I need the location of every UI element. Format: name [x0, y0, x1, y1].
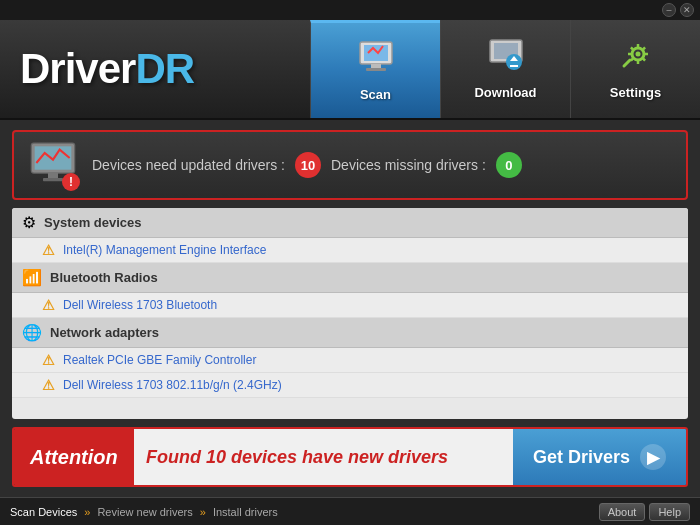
- app-logo: DriverDR: [20, 45, 194, 93]
- device-list-container: ⚙ System devices ⚠ Intel(R) Management E…: [12, 208, 688, 419]
- bluetooth-icon: 📶: [22, 268, 42, 287]
- svg-rect-8: [510, 65, 518, 67]
- status-icon-wrap: !: [28, 141, 78, 189]
- svg-rect-13: [48, 173, 58, 178]
- download-icon: [486, 38, 526, 81]
- attention-text: Found 10 devices have new drivers: [146, 447, 448, 468]
- step-separator-1: »: [84, 506, 90, 518]
- footer: Scan Devices » Review new drivers » Inst…: [0, 497, 700, 525]
- get-drivers-label: Get Drivers: [533, 447, 630, 468]
- missing-count-badge: 0: [496, 152, 522, 178]
- settings-icon: [616, 38, 656, 81]
- network-label: Network adapters: [50, 325, 159, 340]
- scan-icon: [356, 40, 396, 83]
- footer-buttons: About Help: [599, 503, 690, 521]
- download-tab-label: Download: [474, 85, 536, 100]
- step-separator-2: »: [200, 506, 206, 518]
- attention-label: Attention: [14, 429, 134, 485]
- svg-rect-14: [43, 178, 63, 181]
- network-icon: 🌐: [22, 323, 42, 342]
- step3-label: Install drivers: [213, 506, 278, 518]
- missing-drivers-label: Devices missing drivers :: [331, 157, 486, 173]
- title-bar: – ✕: [0, 0, 700, 20]
- svg-rect-3: [366, 68, 386, 71]
- list-item[interactable]: ⚠ Dell Wireless 1703 Bluetooth: [12, 293, 688, 318]
- list-item: 📶 Bluetooth Radios: [12, 263, 688, 293]
- tab-scan[interactable]: Scan: [310, 20, 440, 118]
- app-window: DriverDR Scan: [0, 20, 700, 525]
- warning-icon: ⚠: [42, 242, 55, 258]
- status-bar: ! Devices need updated drivers : 10 Devi…: [12, 130, 688, 200]
- updated-drivers-label: Devices need updated drivers :: [92, 157, 285, 173]
- minimize-button[interactable]: –: [662, 3, 676, 17]
- list-item: ⚙ System devices: [12, 208, 688, 238]
- attention-message: Found 10 devices have new drivers: [134, 429, 513, 485]
- warning-icon: ⚠: [42, 352, 55, 368]
- settings-tab-label: Settings: [610, 85, 661, 100]
- bluetooth-label: Bluetooth Radios: [50, 270, 158, 285]
- nav-tabs: Scan Download: [310, 20, 700, 118]
- list-item[interactable]: ⚠ Realtek PCIe GBE Family Controller: [12, 348, 688, 373]
- tab-settings[interactable]: Settings: [570, 20, 700, 118]
- get-drivers-button[interactable]: Get Drivers ▶: [513, 429, 686, 485]
- system-devices-icon: ⚙: [22, 213, 36, 232]
- list-item[interactable]: ⚠ Dell Wireless 1703 802.11b/g/n (2.4GHz…: [12, 373, 688, 398]
- main-content: ! Devices need updated drivers : 10 Devi…: [0, 120, 700, 497]
- list-item[interactable]: ⚠ Intel(R) Management Engine Interface: [12, 238, 688, 263]
- header: DriverDR Scan: [0, 20, 700, 120]
- logo-driver-text: Driver: [20, 45, 135, 92]
- step2-label: Review new drivers: [97, 506, 192, 518]
- device-name[interactable]: Realtek PCIe GBE Family Controller: [63, 353, 256, 367]
- tab-download[interactable]: Download: [440, 20, 570, 118]
- updated-count-badge: 10: [295, 152, 321, 178]
- logo-dr-text: DR: [135, 45, 194, 92]
- arrow-icon: ▶: [640, 444, 666, 470]
- device-name[interactable]: Intel(R) Management Engine Interface: [63, 243, 266, 257]
- device-list[interactable]: ⚙ System devices ⚠ Intel(R) Management E…: [12, 208, 688, 419]
- logo-area: DriverDR: [0, 20, 310, 118]
- about-button[interactable]: About: [599, 503, 646, 521]
- help-button[interactable]: Help: [649, 503, 690, 521]
- svg-rect-1: [364, 45, 388, 61]
- close-button[interactable]: ✕: [680, 3, 694, 17]
- svg-rect-2: [371, 64, 381, 68]
- warning-icon: ⚠: [42, 297, 55, 313]
- system-devices-label: System devices: [44, 215, 142, 230]
- attention-bar: Attention Found 10 devices have new driv…: [12, 427, 688, 487]
- step1-label: Scan Devices: [10, 506, 77, 518]
- warning-icon: ⚠: [42, 377, 55, 393]
- device-name[interactable]: Dell Wireless 1703 802.11b/g/n (2.4GHz): [63, 378, 282, 392]
- scan-tab-label: Scan: [360, 87, 391, 102]
- status-info: Devices need updated drivers : 10 Device…: [92, 152, 522, 178]
- list-item: 🌐 Network adapters: [12, 318, 688, 348]
- svg-point-10: [635, 52, 640, 57]
- footer-steps: Scan Devices » Review new drivers » Inst…: [10, 506, 278, 518]
- device-name[interactable]: Dell Wireless 1703 Bluetooth: [63, 298, 217, 312]
- status-warning-badge: !: [62, 173, 80, 191]
